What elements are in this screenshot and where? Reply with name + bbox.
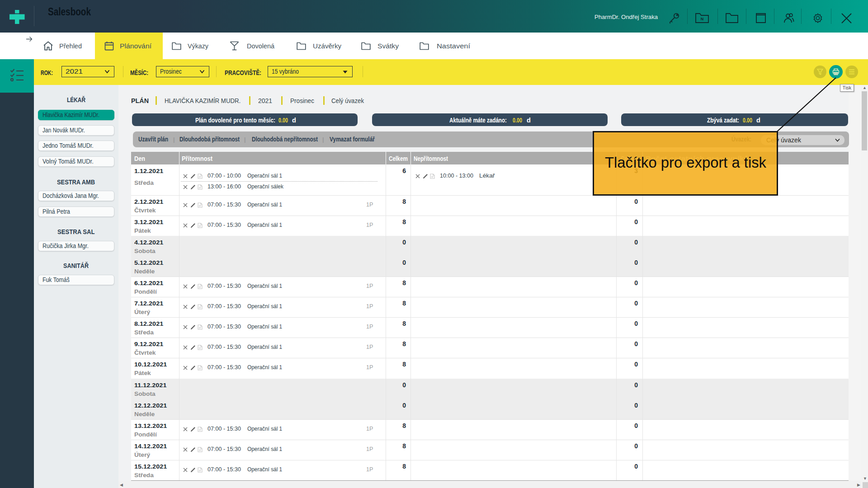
svg-text:N: N — [701, 17, 704, 21]
